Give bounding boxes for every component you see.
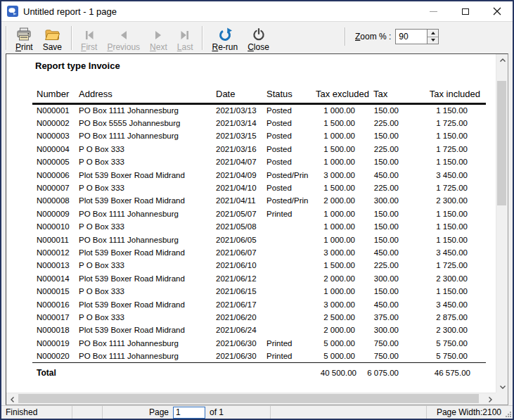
cell-status: Posted/Prin [266, 194, 316, 207]
first-page-button[interactable]: First [76, 23, 102, 53]
cell-status [266, 324, 316, 336]
cell-tax: 300.00 [365, 324, 400, 336]
cell-tax-excluded: 1 000.00 [316, 285, 365, 298]
column-header-number: Number [32, 89, 79, 104]
cell-date: 2021/04/09 [216, 168, 266, 181]
zoom-up-button[interactable] [428, 30, 438, 37]
cell-number: N000016 [32, 298, 79, 310]
first-label: First [81, 42, 97, 52]
cell-date: 2021/03/14 [216, 117, 266, 129]
statusbar-empty-section [72, 406, 102, 419]
cell-date: 2021/06/20 [216, 311, 266, 324]
table-row: N000016 Plot 539 Boxer Road Midrand 2021… [32, 298, 486, 310]
cell-tax-included: 2 300.00 [400, 324, 486, 336]
table-row: N000008 Plot 539 Boxer Road Midrand 2021… [32, 194, 486, 207]
scroll-right-button[interactable] [484, 393, 496, 405]
cell-tax-included: 5 750.00 [400, 337, 486, 350]
cell-date: 2021/06/15 [216, 285, 266, 298]
toolbar: Print Save First [1, 21, 513, 53]
cell-tax-included: 1 150.00 [400, 104, 486, 117]
cell-tax-included: 2 300.00 [400, 194, 486, 207]
cell-tax-excluded: 1 000.00 [316, 129, 365, 142]
minimize-button[interactable] [418, 1, 449, 21]
cell-tax-excluded: 1 000.00 [316, 233, 365, 246]
cell-status: Posted [266, 104, 316, 117]
cell-status: Posted [266, 143, 316, 155]
toolbar-separator [202, 26, 203, 50]
cell-number: N000011 [32, 233, 79, 246]
cell-status [266, 272, 316, 285]
page-number-input[interactable] [173, 407, 205, 419]
cell-number: N000017 [32, 311, 79, 324]
cell-date: 2021/06/30 [216, 350, 266, 362]
zoom-spinner [395, 29, 439, 44]
cell-tax: 225.00 [365, 143, 400, 155]
cell-date: 2021/06/30 [216, 337, 266, 350]
table-row: N000013 P O Box 333 2021/06/10 1 500.00 … [32, 259, 486, 272]
table-row: N000003 PO Box 1111 Johannesburg 2021/03… [32, 129, 486, 142]
cell-number: N000020 [32, 350, 79, 362]
table-row: N000020 PO Box 1111 Johannesburg 2021/06… [32, 350, 486, 362]
page-width-text: Page Width:2100 [437, 407, 501, 417]
print-button[interactable]: Print [11, 23, 38, 53]
scroll-left-button[interactable] [6, 393, 18, 405]
cell-number: N000019 [32, 337, 79, 350]
cell-date: 2021/03/15 [216, 129, 266, 142]
table-row: N000014 Plot 539 Boxer Road Midrand 2021… [32, 272, 486, 285]
cell-status: Posted [266, 117, 316, 129]
horizontal-scroll-thumb[interactable] [18, 394, 479, 403]
rerun-button[interactable]: Re-run [207, 23, 243, 53]
close-icon [493, 7, 501, 15]
maximize-button[interactable] [449, 1, 481, 21]
cell-tax: 225.00 [365, 182, 400, 194]
cell-address: Plot 539 Boxer Road Midrand [79, 246, 216, 259]
total-label: Total [32, 362, 316, 378]
cell-number: N000005 [32, 155, 79, 168]
vertical-scrollbar[interactable] [496, 54, 508, 393]
scroll-down-button[interactable] [496, 381, 508, 393]
cell-address: PO Box 1111 Johannesburg [79, 337, 216, 350]
cell-number: N000001 [32, 104, 79, 117]
next-page-button[interactable]: Next [145, 23, 172, 53]
last-page-button[interactable]: Last [172, 23, 198, 53]
cell-status [266, 298, 316, 310]
vertical-scroll-thumb[interactable] [497, 81, 506, 205]
page-width-section: Page Width:2100 [427, 406, 513, 419]
cell-address: PO Box 1111 Johannesburg [79, 104, 216, 117]
cell-date: 2021/03/13 [216, 104, 266, 117]
cell-tax: 375.00 [365, 311, 400, 324]
zoom-label: Zoom % : [355, 32, 391, 42]
window-controls [418, 1, 513, 21]
close-report-button[interactable]: Close [243, 23, 274, 53]
app-icon[interactable] [7, 6, 18, 17]
cell-address: Plot 539 Boxer Road Midrand [79, 194, 216, 207]
cell-tax-excluded: 2 000.00 [316, 272, 365, 285]
cell-tax-excluded: 5 000.00 [316, 337, 365, 350]
save-folder-icon [44, 26, 60, 42]
cell-status [266, 285, 316, 298]
zoom-down-button[interactable] [428, 37, 438, 44]
cell-number: N000013 [32, 259, 79, 272]
cell-address: P O Box 333 [79, 285, 216, 298]
scroll-up-button[interactable] [496, 54, 508, 66]
cell-date: 2021/03/16 [216, 143, 266, 155]
chevron-down-icon [499, 383, 506, 390]
cell-tax-included: 3 450.00 [400, 298, 486, 310]
resize-grip-icon[interactable] [504, 410, 512, 418]
cell-tax-excluded: 1 000.00 [316, 208, 365, 220]
save-button[interactable]: Save [38, 23, 67, 53]
horizontal-scrollbar[interactable] [6, 393, 496, 405]
toolbar-gripper [6, 26, 7, 50]
previous-page-button[interactable]: Previous [102, 23, 145, 53]
cell-address: P O Box 333 [79, 155, 216, 168]
cell-tax-excluded: 1 000.00 [316, 155, 365, 168]
cell-tax-included: 1 150.00 [400, 208, 486, 220]
cell-address: P O Box 333 [79, 143, 216, 155]
cell-status: Printed [266, 337, 316, 350]
cell-number: N000004 [32, 143, 79, 155]
zoom-input[interactable] [396, 30, 427, 44]
close-window-button[interactable] [481, 1, 513, 21]
cell-status: Printed [266, 208, 316, 220]
cell-status [266, 259, 316, 272]
cell-address: P O Box 333 [79, 182, 216, 194]
